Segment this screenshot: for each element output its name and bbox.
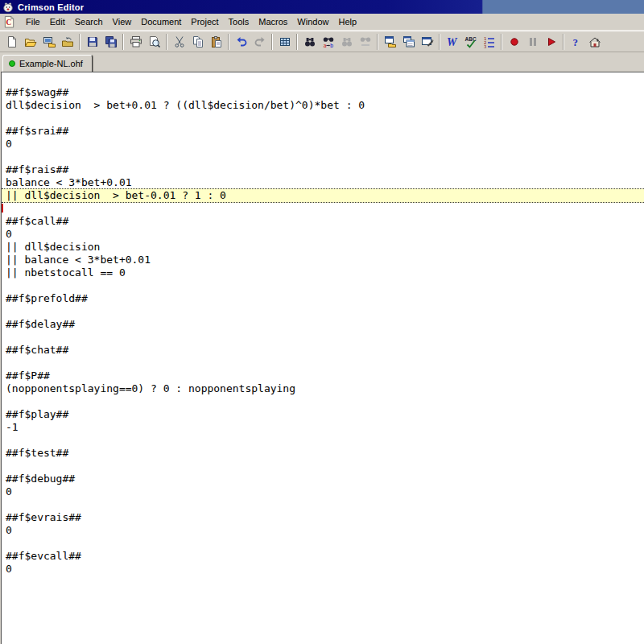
- tab-label: Example-NL.ohf: [19, 59, 83, 68]
- tab-example-nl-ohf[interactable]: Example-NL.ohf: [2, 55, 93, 72]
- macro-record-button[interactable]: [505, 33, 523, 51]
- editor-line: balance < 3*bet+0.01: [2, 176, 644, 189]
- editor-line: ##f$debug##: [2, 473, 644, 485]
- redo-icon: [254, 35, 266, 48]
- document-system-icon[interactable]: C: [3, 15, 15, 28]
- paste-button[interactable]: [207, 33, 225, 51]
- editor-line: || dll$decision: [2, 241, 644, 254]
- menu-item-project[interactable]: Project: [186, 15, 223, 28]
- toolbar-separator: [166, 34, 167, 50]
- titlebar: Crimson Editor: [0, 0, 644, 14]
- cut-icon: [173, 35, 186, 48]
- editor-line: [2, 112, 644, 125]
- editor-line: -1: [2, 421, 644, 434]
- menu-item-edit[interactable]: Edit: [45, 15, 70, 28]
- preferences-icon: [421, 35, 434, 48]
- menu-item-view[interactable]: View: [108, 15, 137, 28]
- menu-item-file[interactable]: File: [21, 15, 45, 28]
- macro-pause-button: [523, 33, 542, 51]
- undo-button[interactable]: [232, 33, 250, 51]
- paste-icon: [210, 35, 223, 48]
- cut-button[interactable]: [170, 33, 188, 51]
- replace-button[interactable]: ab: [319, 33, 337, 51]
- editor-line: 0: [2, 485, 644, 498]
- toolbar-separator: [439, 34, 440, 50]
- editor-line: ##f$evrais##: [2, 511, 644, 524]
- print-button[interactable]: [126, 33, 145, 51]
- print-preview-icon: [148, 35, 161, 48]
- highlighted-line: || dll$decision > bet-0.01 ? 1 : 0: [2, 188, 644, 203]
- editor-line: ##f$rais##: [2, 163, 644, 176]
- reload-file-icon: [61, 35, 74, 48]
- svg-text:a: a: [323, 43, 326, 48]
- toolbar-separator: [377, 34, 378, 50]
- toolbar-separator: [296, 34, 298, 50]
- copy-icon: [192, 35, 204, 48]
- svg-text:b: b: [330, 43, 333, 48]
- menu-item-help[interactable]: Help: [333, 15, 361, 28]
- directory-panel-icon: [384, 35, 397, 48]
- editor-line: [2, 395, 644, 408]
- editor-line: ##f$prefold##: [2, 292, 644, 305]
- tab-strip: Example-NL.ohf: [0, 52, 644, 72]
- open-remote-icon: [43, 35, 56, 48]
- editor-line: ##f$P##: [2, 369, 644, 382]
- replace-in-files-icon: [359, 35, 372, 48]
- editor-line: || nbetstocall == 0: [2, 266, 644, 279]
- reload-file-button[interactable]: [58, 33, 76, 51]
- home-button[interactable]: [585, 33, 604, 51]
- editor-line: 0: [2, 563, 644, 576]
- menu-item-macros[interactable]: Macros: [254, 15, 292, 28]
- macro-play-button[interactable]: [542, 33, 560, 51]
- editor-line: ##f$swag##: [2, 86, 644, 99]
- open-file-icon: [24, 35, 37, 48]
- toolbar-separator: [501, 34, 502, 50]
- save-button[interactable]: [83, 33, 101, 51]
- preferences-button[interactable]: [418, 33, 436, 51]
- svg-text:?: ?: [572, 36, 578, 48]
- save-all-icon: [105, 35, 118, 48]
- new-file-button[interactable]: [2, 33, 21, 51]
- editor-line: || balance < 3*bet+0.01: [2, 254, 644, 266]
- toolbar-separator: [122, 34, 124, 50]
- editor-line: ##f$delay##: [2, 318, 644, 331]
- sort-lines-icon: 123: [483, 35, 496, 48]
- editor-line: [2, 202, 644, 215]
- replace-icon: ab: [322, 35, 335, 48]
- editor-line: [2, 151, 644, 163]
- menu-item-document[interactable]: Document: [136, 15, 186, 28]
- home-icon: [588, 35, 601, 48]
- help-button[interactable]: ?: [567, 33, 585, 51]
- editor-text-area[interactable]: ##f$swag##dll$decision > bet+0.01 ? ((dl…: [1, 72, 644, 644]
- save-all-button[interactable]: [101, 33, 120, 51]
- copy-button[interactable]: [188, 33, 207, 51]
- output-panel-button[interactable]: [399, 33, 418, 51]
- open-remote-button[interactable]: [39, 33, 58, 51]
- editor-line: [2, 305, 644, 318]
- toolbar-separator: [79, 34, 80, 50]
- text-caret: [2, 204, 3, 213]
- open-file-button[interactable]: [21, 33, 39, 51]
- column-mode-button[interactable]: [275, 33, 294, 51]
- crimson-editor-mascot-icon: [2, 2, 14, 13]
- column-mode-icon: [279, 35, 291, 48]
- editor-line: [2, 331, 644, 344]
- print-preview-button[interactable]: [145, 33, 163, 51]
- editor-line: [2, 434, 644, 447]
- find-button[interactable]: [300, 33, 319, 51]
- editor-lines: ##f$swag##dll$decision > bet+0.01 ? ((dl…: [2, 72, 644, 576]
- window-title: Crimson Editor: [18, 2, 84, 12]
- directory-panel-button[interactable]: [381, 33, 399, 51]
- editor-line: ##f$srai##: [2, 125, 644, 138]
- svg-text:3: 3: [484, 43, 486, 48]
- word-wrap-button[interactable]: W: [443, 33, 461, 51]
- menu-item-window[interactable]: Window: [292, 15, 333, 28]
- editor-line: dll$decision > bet+0.01 ? ((dll$decision…: [2, 99, 644, 112]
- editor-line: 0: [2, 138, 644, 151]
- menu-item-search[interactable]: Search: [70, 15, 108, 28]
- spell-check-button[interactable]: ABC: [461, 33, 480, 51]
- help-icon: ?: [570, 35, 583, 48]
- sort-lines-button[interactable]: 123: [480, 33, 498, 51]
- menu-item-tools[interactable]: Tools: [224, 15, 254, 28]
- print-icon: [130, 35, 142, 48]
